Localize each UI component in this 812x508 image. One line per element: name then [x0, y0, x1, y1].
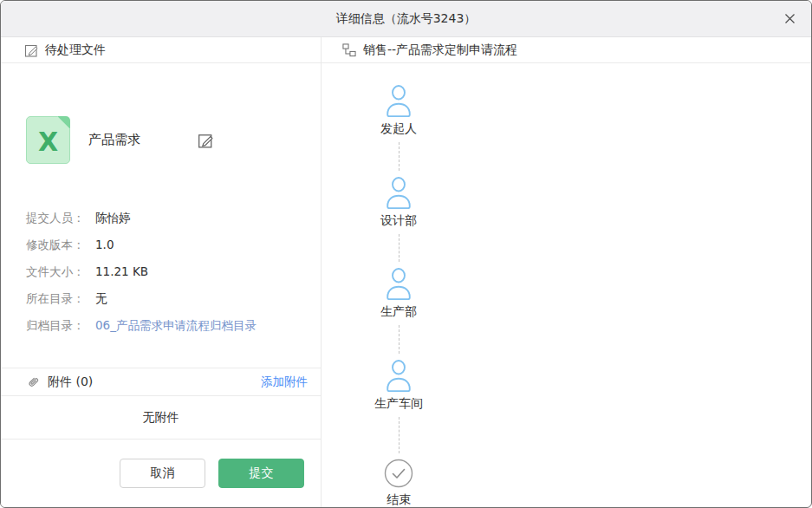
close-icon[interactable]	[780, 10, 799, 29]
field-value: 无	[95, 290, 107, 307]
fields-list: 提交人员： 陈怡婷 修改版本： 1.0 文件大小： 11.21 KB 所在目录：…	[1, 177, 321, 344]
flow-connector	[399, 234, 400, 263]
flow-node-label: 生产车间	[374, 394, 423, 412]
action-buttons: 取消 提交	[1, 440, 321, 508]
dialog-title: 详细信息（流水号3243）	[336, 11, 477, 27]
person-icon	[384, 84, 413, 117]
check-circle-icon	[384, 459, 413, 488]
flow-connector	[399, 325, 400, 354]
field-row: 归档目录： 06_产品需求申请流程归档目录	[26, 317, 321, 334]
field-label: 文件大小：	[26, 264, 95, 280]
flow-node-label: 生产部	[380, 303, 417, 320]
flow-node-label: 发起人	[380, 120, 417, 137]
flow-node[interactable]: 结束	[384, 459, 413, 508]
flow-node-label: 结束	[387, 491, 411, 508]
attachments-header: 附件 (0) 添加附件	[1, 368, 321, 396]
field-label: 所在目录：	[26, 290, 95, 307]
right-panel-title: 销售--产品需求定制申请流程	[363, 42, 517, 58]
detail-dialog: 详细信息（流水号3243） 待处理文件 X	[0, 0, 812, 508]
person-icon	[384, 359, 413, 392]
flow-node[interactable]: 设计部	[380, 176, 417, 229]
left-panel-title: 待处理文件	[45, 42, 106, 58]
field-label: 提交人员：	[26, 210, 95, 226]
flow-connector	[399, 142, 400, 171]
attachments-empty-text: 无附件	[1, 396, 321, 440]
paperclip-icon	[26, 375, 40, 389]
file-edit-icon[interactable]	[198, 133, 213, 148]
field-row: 修改版本： 1.0	[26, 237, 321, 253]
workflow-panel: 销售--产品需求定制申请流程 发起人 设计部 生产部	[322, 37, 811, 508]
folded-corner	[57, 116, 70, 129]
file-info: X 产品需求	[1, 63, 321, 177]
right-panel-header: 销售--产品需求定制申请流程	[322, 37, 811, 63]
field-label: 归档目录：	[26, 317, 95, 334]
edit-square-icon	[24, 43, 38, 57]
flow-node-label: 设计部	[380, 212, 417, 229]
flow-connector	[399, 417, 400, 453]
file-icon-letter: X	[38, 129, 58, 155]
person-icon	[384, 267, 413, 300]
flow-node[interactable]: 生产部	[380, 267, 417, 320]
attachments-title: 附件 (0)	[48, 374, 93, 390]
flow-node[interactable]: 生产车间	[374, 359, 423, 412]
workflow-diagram: 发起人 设计部 生产部 生产车间	[341, 63, 456, 508]
field-label: 修改版本：	[26, 237, 95, 253]
person-icon	[384, 176, 413, 209]
pending-file-panel: 待处理文件 X 产品需求 提交人员： 陈怡婷 修	[1, 37, 322, 508]
field-row: 所在目录： 无	[26, 290, 321, 307]
flow-node[interactable]: 发起人	[380, 84, 417, 137]
dialog-titlebar: 详细信息（流水号3243）	[1, 1, 811, 37]
cancel-button[interactable]: 取消	[120, 459, 205, 488]
left-panel-header: 待处理文件	[1, 37, 321, 63]
submit-button[interactable]: 提交	[218, 459, 304, 488]
archive-directory-link[interactable]: 06_产品需求申请流程归档目录	[95, 317, 257, 334]
dialog-content: 待处理文件 X 产品需求 提交人员： 陈怡婷 修	[1, 37, 811, 508]
add-attachment-link[interactable]: 添加附件	[261, 374, 308, 390]
field-value: 陈怡婷	[95, 210, 131, 226]
workflow-icon	[342, 43, 356, 57]
excel-file-icon: X	[26, 116, 70, 164]
field-value: 11.21 KB	[95, 264, 148, 280]
field-value: 1.0	[95, 237, 114, 253]
field-row: 提交人员： 陈怡婷	[26, 210, 321, 226]
field-row: 文件大小： 11.21 KB	[26, 264, 321, 280]
file-name: 产品需求	[88, 132, 140, 148]
